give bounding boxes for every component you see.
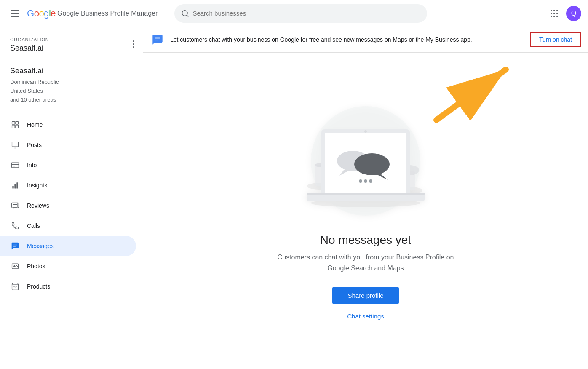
svg-point-50 bbox=[364, 179, 367, 183]
sidebar-item-info-label: Info bbox=[27, 162, 129, 168]
svg-rect-9 bbox=[12, 122, 15, 125]
sidebar-item-photos[interactable]: Photos bbox=[0, 256, 136, 276]
laptop-illustration bbox=[281, 102, 450, 220]
posts-icon bbox=[10, 140, 20, 150]
photos-icon bbox=[10, 261, 20, 271]
search-input[interactable] bbox=[192, 10, 420, 17]
business-name: Seasalt.ai bbox=[10, 67, 136, 75]
svg-point-4 bbox=[553, 13, 555, 14]
app-title: Google Business Profile Manager bbox=[57, 10, 158, 17]
svg-point-49 bbox=[359, 179, 362, 183]
chat-settings-link[interactable]: Chat settings bbox=[347, 313, 384, 320]
sidebar-item-insights[interactable]: Insights bbox=[0, 175, 136, 195]
svg-point-3 bbox=[551, 13, 552, 14]
svg-rect-19 bbox=[12, 186, 13, 189]
hamburger-icon bbox=[11, 10, 19, 17]
search-icon bbox=[181, 9, 189, 18]
messages-area: No messages yet Customers can chat with … bbox=[143, 53, 588, 369]
svg-point-7 bbox=[553, 16, 555, 17]
svg-point-0 bbox=[551, 10, 552, 11]
no-messages-subtitle: Customers can chat with you from your Bu… bbox=[278, 252, 454, 273]
sidebar: ORGANIZATION Seasalt.ai Seasalt.ai Domin… bbox=[0, 27, 143, 369]
calls-icon bbox=[10, 221, 20, 231]
org-name: Seasalt.ai bbox=[10, 44, 49, 53]
svg-rect-13 bbox=[12, 142, 19, 147]
org-section: ORGANIZATION Seasalt.ai bbox=[0, 27, 143, 58]
google-logo: Google Google Business Profile Manager bbox=[27, 8, 158, 19]
home-icon bbox=[10, 120, 20, 130]
sidebar-item-posts-label: Posts bbox=[27, 142, 129, 148]
top-nav: Google Google Business Profile Manager Q bbox=[0, 0, 588, 27]
apps-grid-button[interactable] bbox=[546, 5, 563, 22]
user-avatar[interactable]: Q bbox=[566, 6, 581, 21]
svg-rect-16 bbox=[12, 163, 19, 168]
grid-icon bbox=[549, 8, 559, 19]
products-icon bbox=[10, 281, 20, 291]
sidebar-item-messages[interactable]: Messages bbox=[0, 236, 136, 256]
chat-banner: Let customers chat with your business on… bbox=[143, 27, 588, 53]
svg-rect-20 bbox=[14, 184, 16, 189]
chat-banner-text: Let customers chat with your business on… bbox=[170, 35, 523, 44]
sidebar-item-posts[interactable]: Posts bbox=[0, 135, 136, 155]
share-profile-button[interactable]: Share profile bbox=[332, 287, 398, 304]
org-menu-button[interactable] bbox=[131, 39, 136, 50]
sidebar-item-messages-label: Messages bbox=[27, 243, 129, 249]
nav-right-controls: Q bbox=[546, 5, 581, 22]
sidebar-item-products[interactable]: Products bbox=[0, 276, 136, 297]
insights-icon bbox=[10, 180, 20, 190]
org-label: ORGANIZATION bbox=[10, 37, 49, 42]
business-location: Dominican Republic United States and 10 … bbox=[10, 78, 136, 104]
no-messages-title: No messages yet bbox=[320, 233, 411, 247]
chat-banner-icon bbox=[150, 32, 165, 47]
search-bar[interactable] bbox=[174, 4, 427, 23]
sidebar-item-reviews-label: Reviews bbox=[27, 202, 129, 209]
svg-rect-22 bbox=[12, 203, 19, 208]
business-info: Seasalt.ai Dominican Republic United Sta… bbox=[0, 58, 143, 111]
svg-rect-11 bbox=[12, 125, 15, 128]
svg-point-2 bbox=[556, 10, 558, 11]
sidebar-item-products-label: Products bbox=[27, 283, 129, 290]
svg-point-5 bbox=[556, 13, 558, 14]
sidebar-item-calls[interactable]: Calls bbox=[0, 216, 136, 236]
svg-point-47 bbox=[354, 153, 390, 175]
svg-point-51 bbox=[369, 179, 372, 183]
turn-on-chat-button[interactable]: Turn on chat bbox=[530, 32, 581, 47]
sidebar-item-photos-label: Photos bbox=[27, 263, 129, 270]
svg-rect-21 bbox=[16, 183, 18, 189]
sidebar-item-calls-label: Calls bbox=[27, 222, 129, 229]
sidebar-item-reviews[interactable]: Reviews bbox=[0, 195, 136, 216]
svg-rect-52 bbox=[307, 193, 425, 195]
messages-icon bbox=[10, 241, 20, 251]
svg-rect-10 bbox=[16, 122, 19, 125]
main-layout: ORGANIZATION Seasalt.ai Seasalt.ai Domin… bbox=[0, 27, 588, 369]
hamburger-menu-button[interactable] bbox=[7, 5, 24, 22]
sidebar-nav: Home Posts bbox=[0, 111, 143, 300]
svg-point-1 bbox=[553, 10, 555, 11]
sidebar-item-home[interactable]: Home bbox=[0, 115, 136, 135]
info-icon bbox=[10, 160, 20, 170]
svg-point-6 bbox=[551, 16, 552, 17]
sidebar-item-home-label: Home bbox=[27, 121, 129, 128]
sidebar-item-info[interactable]: Info bbox=[0, 155, 136, 175]
svg-point-8 bbox=[556, 16, 558, 17]
svg-point-53 bbox=[364, 130, 367, 133]
svg-rect-12 bbox=[16, 125, 19, 128]
sidebar-item-insights-label: Insights bbox=[27, 182, 129, 189]
reviews-icon bbox=[10, 201, 20, 211]
main-content: Let customers chat with your business on… bbox=[143, 27, 588, 369]
